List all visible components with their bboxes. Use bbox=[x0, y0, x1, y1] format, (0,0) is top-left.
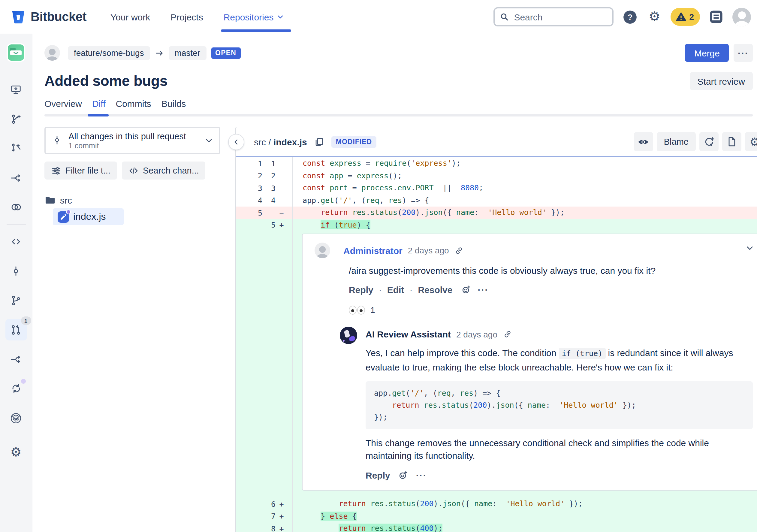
changes-scope-selector[interactable]: All changes in this pull request 1 commi… bbox=[45, 127, 220, 154]
svg-text:?: ? bbox=[627, 12, 632, 22]
search-changes-label: Search chan... bbox=[143, 166, 199, 175]
permalink-icon[interactable] bbox=[503, 329, 512, 339]
sidebar-repo-settings[interactable]: ⚙ bbox=[5, 441, 27, 463]
pipelines-icon bbox=[10, 172, 22, 183]
ai-assistant-avatar[interactable] bbox=[340, 327, 357, 344]
line-gutter[interactable]: 22 bbox=[236, 170, 293, 182]
code-line: const port = process.env.PORT || 8080; bbox=[293, 182, 483, 194]
resolve-action[interactable]: Resolve bbox=[418, 285, 452, 295]
line-gutter[interactable]: 7+ bbox=[236, 510, 293, 522]
comment-reply: AI Review Assistant 2 days ago Yes, I ca… bbox=[340, 327, 753, 480]
add-file-comment-button[interactable] bbox=[699, 132, 718, 151]
sidebar-compare[interactable] bbox=[5, 196, 27, 218]
sidebar-repo-avatar[interactable]: <> bbox=[5, 42, 27, 63]
feedback-button[interactable] bbox=[708, 8, 725, 25]
sidebar-divider bbox=[6, 224, 25, 225]
line-gutter[interactable]: 6+ bbox=[236, 498, 293, 510]
inline-code-chip: if (true) bbox=[559, 348, 605, 359]
primary-nav: Your work Projects Repositories bbox=[110, 0, 284, 34]
user-avatar[interactable] bbox=[732, 8, 751, 26]
code-line: return res.status(200).json({ name: 'Hel… bbox=[374, 399, 744, 411]
sidebar-deployments[interactable] bbox=[5, 378, 27, 399]
repo-sidebar: <> bbox=[0, 34, 32, 532]
nav-your-work[interactable]: Your work bbox=[110, 0, 150, 34]
sidebar-addon[interactable] bbox=[5, 407, 27, 429]
eye-emoji-icon bbox=[349, 305, 357, 314]
line-gutter[interactable]: 11 bbox=[236, 157, 293, 170]
line-gutter[interactable]: 5+ bbox=[236, 219, 293, 231]
commenter-name[interactable]: Administrator bbox=[343, 245, 403, 256]
copy-path-icon[interactable] bbox=[314, 137, 324, 147]
pr-more-button[interactable]: ··· bbox=[734, 44, 753, 62]
create-pull-request-icon bbox=[10, 142, 22, 154]
code-line: return res.status(200).json({ name: 'Hel… bbox=[293, 498, 583, 510]
pr-title-row: Added some bugs Start review bbox=[45, 73, 753, 89]
collapse-thread-button[interactable] bbox=[745, 244, 754, 252]
line-gutter[interactable]: 44 bbox=[236, 194, 293, 206]
comment-card: Administrator 2 days ago /aira suggest-i… bbox=[302, 234, 757, 490]
pr-meta-row: feature/some-bugs master OPEN Merge ··· bbox=[45, 44, 753, 62]
sidebar-source[interactable] bbox=[5, 231, 27, 252]
sidebar-pipelines-shortcut[interactable] bbox=[5, 167, 27, 189]
search-input[interactable] bbox=[513, 11, 597, 22]
nav-projects[interactable]: Projects bbox=[170, 0, 203, 34]
tree-file-indexjs[interactable]: index.js bbox=[53, 208, 124, 225]
search-changes-button[interactable]: Search chan... bbox=[122, 162, 206, 179]
reply-action[interactable]: Reply bbox=[366, 470, 390, 480]
gear-icon: ⚙ bbox=[749, 136, 757, 147]
reply-author[interactable]: AI Review Assistant bbox=[366, 329, 451, 339]
eyes-reaction-chip[interactable]: 1 bbox=[349, 305, 753, 315]
sidebar-clone[interactable] bbox=[5, 78, 27, 100]
warning-count: 2 bbox=[689, 12, 694, 22]
reply-text: Yes, I can help improve this code. The c… bbox=[366, 348, 559, 358]
reply-action[interactable]: Reply bbox=[349, 285, 374, 295]
add-reaction-icon[interactable] bbox=[398, 470, 408, 480]
filter-file-types-button[interactable]: Filter file t... bbox=[45, 162, 117, 179]
tab-builds[interactable]: Builds bbox=[162, 99, 186, 109]
watch-file-button[interactable] bbox=[634, 132, 653, 151]
sidebar-pipelines[interactable] bbox=[5, 348, 27, 370]
start-review-button[interactable]: Start review bbox=[690, 72, 753, 90]
pr-tabs: Overview Diff Commits Builds bbox=[45, 97, 753, 110]
reply-more-button[interactable]: ··· bbox=[416, 470, 427, 480]
line-gutter[interactable]: 8+ bbox=[236, 522, 293, 532]
add-reaction-icon[interactable] bbox=[461, 285, 471, 295]
source-branch-chip[interactable]: feature/some-bugs bbox=[68, 46, 150, 60]
deployments-notification-dot bbox=[21, 379, 25, 384]
sidebar-create-pull-request[interactable] bbox=[5, 138, 27, 159]
blame-button[interactable]: Blame bbox=[657, 132, 696, 151]
action-separator: · bbox=[379, 285, 382, 295]
arrow-right-icon bbox=[155, 48, 164, 57]
commenter-avatar[interactable] bbox=[315, 242, 330, 258]
line-gutter[interactable]: 33 bbox=[236, 182, 293, 194]
target-branch-chip[interactable]: master bbox=[168, 46, 206, 60]
warnings-indicator[interactable]: 2 bbox=[671, 8, 700, 26]
search-icon bbox=[500, 12, 509, 22]
comment-more-button[interactable]: ··· bbox=[478, 285, 489, 295]
tree-folder-src[interactable]: src bbox=[45, 193, 220, 207]
tab-overview[interactable]: Overview bbox=[45, 99, 82, 109]
help-button[interactable]: ? bbox=[621, 8, 638, 25]
sidebar-commits[interactable] bbox=[5, 260, 27, 282]
folder-name: src bbox=[60, 195, 72, 205]
edit-action[interactable]: Edit bbox=[387, 285, 404, 295]
bitbucket-logo[interactable]: Bitbucket bbox=[10, 9, 86, 25]
sidebar-create-branch[interactable] bbox=[5, 108, 27, 130]
sidebar-pull-requests[interactable]: 1 bbox=[5, 319, 27, 340]
chevron-down-icon bbox=[205, 136, 213, 145]
diff-settings-button[interactable]: ⚙ bbox=[745, 132, 757, 151]
settings-button[interactable]: ⚙ bbox=[646, 8, 663, 25]
top-nav: Bitbucket Your work Projects Repositorie… bbox=[0, 0, 757, 34]
tab-diff[interactable]: Diff bbox=[92, 99, 106, 109]
nav-repositories[interactable]: Repositories bbox=[224, 0, 284, 34]
sidebar-branches[interactable] bbox=[5, 290, 27, 311]
collapse-file-panel-button[interactable] bbox=[228, 134, 244, 150]
tab-commits[interactable]: Commits bbox=[116, 99, 151, 109]
line-gutter[interactable]: 5− bbox=[236, 206, 293, 219]
permalink-icon[interactable] bbox=[454, 246, 464, 255]
pr-author-avatar[interactable] bbox=[45, 45, 60, 61]
merge-button[interactable]: Merge bbox=[685, 44, 729, 62]
view-file-button[interactable] bbox=[722, 132, 742, 151]
diff-toolbar: Blame ⚙ bbox=[634, 132, 757, 151]
global-search[interactable] bbox=[494, 7, 614, 26]
